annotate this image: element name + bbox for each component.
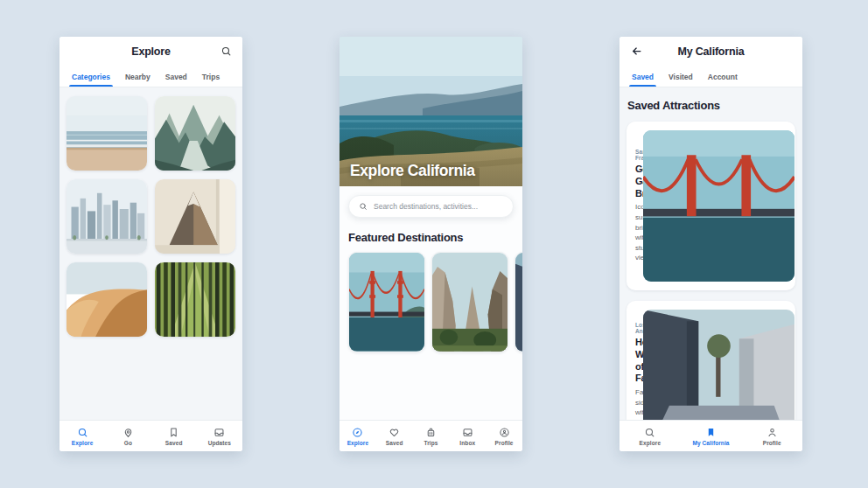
explore-tabs: Categories Nearby Saved Trips	[60, 66, 242, 87]
nav-label: Explore	[640, 440, 662, 446]
home-bottom-nav: Explore Saved Trips Inbox Profile	[340, 420, 522, 451]
forests-photo	[155, 262, 235, 337]
category-card-cities[interactable]: Cities	[66, 179, 147, 254]
tab-nearby[interactable]: Nearby	[124, 66, 151, 87]
heart-icon	[388, 427, 400, 438]
golden-gate-photo	[349, 253, 424, 352]
nav-saved[interactable]: Saved	[151, 427, 197, 446]
tab-categories[interactable]: Categories	[71, 66, 111, 87]
inbox-icon	[214, 427, 225, 438]
bookmark-icon	[168, 427, 179, 438]
tab-account[interactable]: Account	[707, 66, 738, 87]
city-street-photo	[515, 253, 522, 352]
nav-label: Inbox	[459, 440, 475, 446]
nav-label: Trips	[424, 440, 438, 446]
nav-my-california[interactable]: My California	[681, 427, 742, 446]
tab-saved[interactable]: Saved	[631, 66, 654, 87]
nav-trips[interactable]: Trips	[413, 427, 450, 446]
featured-card-san-francisco[interactable]: San Francisco Iconic bridge, vibrant cit…	[348, 252, 425, 352]
nav-inbox[interactable]: Inbox	[449, 427, 486, 446]
inbox-icon	[462, 427, 473, 438]
saved-attractions-heading: Saved Attractions	[627, 99, 794, 112]
nav-label: Updates	[208, 440, 231, 446]
nav-saved[interactable]: Saved	[376, 427, 413, 446]
nav-explore[interactable]: Explore	[620, 427, 681, 446]
search-input[interactable]: Search destinations, activities...	[348, 195, 514, 218]
search-icon	[359, 202, 368, 211]
home-screen: Explore California Search destinations, …	[340, 37, 522, 451]
home-body: Search destinations, activities... Featu…	[340, 186, 522, 420]
mountains-photo	[155, 179, 235, 254]
deserts-photo	[66, 262, 147, 337]
hollywood-thumbnail	[643, 310, 794, 420]
saved-bottom-nav: Explore My California Profile	[620, 420, 802, 451]
category-card-national-parks[interactable]: National Parks	[155, 96, 235, 171]
nav-label: Explore	[347, 440, 369, 446]
explore-bottom-nav: Explore Go Saved Updates	[60, 420, 242, 451]
cities-photo	[66, 179, 147, 254]
category-card-forests[interactable]: Forests	[155, 262, 235, 337]
featured-section-title: Featured Destinations	[348, 231, 522, 244]
profile-icon	[499, 427, 510, 438]
hero-title: Explore California	[350, 162, 475, 180]
category-grid: Beaches National Parks	[60, 87, 242, 420]
nav-updates[interactable]: Updates	[197, 427, 242, 446]
saved-header: My California	[620, 37, 802, 66]
search-icon	[644, 427, 655, 438]
suitcase-icon	[425, 427, 437, 438]
nav-go[interactable]: Go	[105, 427, 150, 446]
nav-label: My California	[692, 440, 729, 446]
nav-explore[interactable]: Explore	[60, 427, 105, 446]
featured-card-body: A Th a	[515, 352, 522, 352]
page-title: Explore	[131, 45, 170, 58]
featured-card-yosemite[interactable]: Yosemite Stunning natural beauty	[431, 252, 508, 352]
category-card-beaches[interactable]: Beaches	[66, 96, 147, 171]
my-california-screen: My California Saved Visited Account Save…	[620, 37, 802, 451]
location-pin-icon	[122, 427, 134, 438]
featured-carousel: San Francisco Iconic bridge, vibrant cit…	[348, 252, 522, 352]
attraction-card-golden-gate[interactable]: San Francisco Golden Gate Bridge Iconic …	[626, 122, 795, 290]
saved-attractions-list: Saved Attractions San Francisco Golden G…	[620, 87, 802, 420]
explore-header: Explore	[60, 37, 242, 66]
tab-trips[interactable]: Trips	[201, 66, 220, 87]
featured-card-partial[interactable]: A Th a	[514, 252, 522, 352]
bookmark-filled-icon	[705, 427, 717, 438]
search-placeholder: Search destinations, activities...	[374, 202, 478, 211]
featured-card-body: San Francisco Iconic bridge, vibrant cit…	[349, 352, 424, 352]
golden-gate-thumbnail	[643, 130, 794, 282]
search-icon	[77, 427, 88, 438]
beaches-photo	[66, 96, 147, 171]
search-icon[interactable]	[220, 45, 232, 57]
tab-saved[interactable]: Saved	[164, 66, 188, 87]
compass-icon	[352, 427, 363, 438]
explore-screen: Explore Categories Nearby Saved Trips Be…	[60, 37, 242, 451]
featured-card-body: Yosemite Stunning natural beauty	[432, 352, 508, 352]
back-arrow-icon[interactable]	[630, 45, 643, 58]
person-icon	[766, 427, 778, 438]
hero-banner: Explore California	[340, 37, 522, 186]
tab-visited[interactable]: Visited	[668, 66, 694, 87]
nav-profile[interactable]: Profile	[486, 427, 522, 446]
attraction-card-hollywood[interactable]: Los Angeles Hollywood Walk of Fame Famou…	[626, 301, 795, 420]
category-card-deserts[interactable]: Deserts	[66, 262, 147, 337]
category-card-mountains[interactable]: Mountains	[155, 179, 235, 254]
nav-label: Saved	[165, 440, 183, 446]
nav-explore[interactable]: Explore	[340, 427, 376, 446]
page-title: My California	[678, 45, 745, 58]
national-parks-illustration	[155, 96, 235, 171]
saved-tabs: Saved Visited Account	[620, 66, 802, 87]
nav-label: Go	[124, 440, 132, 446]
nav-label: Saved	[386, 440, 403, 446]
nav-label: Profile	[495, 440, 514, 446]
nav-profile[interactable]: Profile	[741, 427, 802, 446]
nav-label: Explore	[72, 440, 94, 446]
nav-label: Profile	[763, 440, 781, 446]
yosemite-photo	[432, 253, 508, 352]
